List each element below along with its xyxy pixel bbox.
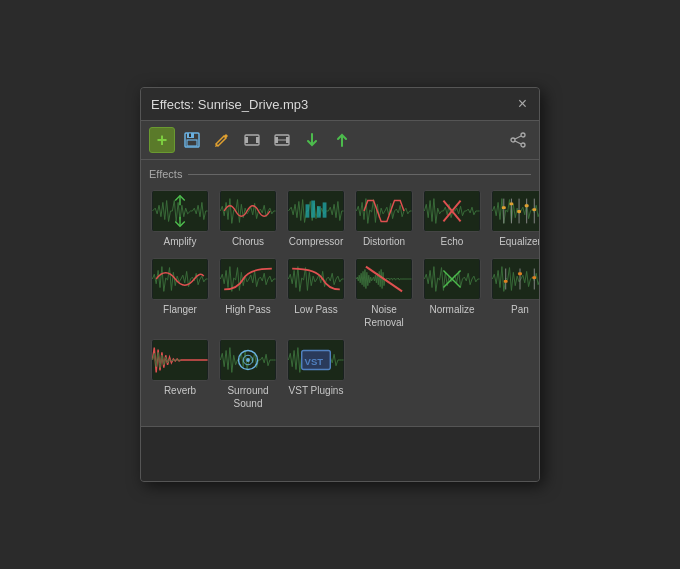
- effect-name-lowpass: Low Pass: [294, 303, 337, 316]
- svg-line-15: [515, 141, 521, 144]
- effect-thumb-echo: [423, 190, 481, 232]
- save-button[interactable]: [179, 127, 205, 153]
- effect-flanger[interactable]: Flanger: [149, 256, 211, 331]
- move-up-button[interactable]: [329, 127, 355, 153]
- effect-name-compressor: Compressor: [289, 235, 343, 248]
- effect-pan[interactable]: Pan: [489, 256, 540, 331]
- effect-thumb-distortion: [355, 190, 413, 232]
- svg-rect-52: [532, 276, 536, 279]
- effect-lowpass[interactable]: Low Pass: [285, 256, 347, 331]
- effect-name-reverb: Reverb: [164, 384, 196, 397]
- svg-point-57: [246, 358, 250, 362]
- effect-name-distortion: Distortion: [363, 235, 405, 248]
- svg-point-13: [511, 138, 515, 142]
- svg-rect-38: [525, 204, 529, 207]
- effect-thumb-amplify: [151, 190, 209, 232]
- effect-name-pan: Pan: [511, 303, 529, 316]
- effect-name-chorus: Chorus: [232, 235, 264, 248]
- effect-normalize[interactable]: Normalize: [421, 256, 483, 331]
- effect-distortion[interactable]: Distortion: [353, 188, 415, 250]
- svg-rect-50: [504, 280, 508, 283]
- svg-rect-3: [189, 134, 191, 138]
- effect-thumb-pan: [491, 258, 540, 300]
- effects-window: Effects: Sunrise_Drive.mp3 × +: [140, 87, 540, 482]
- effect-name-amplify: Amplify: [164, 235, 197, 248]
- move-down-button[interactable]: [299, 127, 325, 153]
- effect-name-vst: VST Plugins: [289, 384, 344, 397]
- effect-vst[interactable]: VST VST Plugins: [285, 337, 347, 412]
- effect-thumb-flanger: [151, 258, 209, 300]
- plus-icon: +: [157, 130, 168, 151]
- effect-thumb-vst: VST: [287, 339, 345, 381]
- effect-thumb-reverb: [151, 339, 209, 381]
- svg-rect-24: [323, 202, 327, 217]
- effect-thumb-noiseremoval: [355, 258, 413, 300]
- svg-rect-2: [187, 140, 197, 146]
- effect-name-highpass: High Pass: [225, 303, 271, 316]
- effect-name-normalize: Normalize: [429, 303, 474, 316]
- svg-rect-39: [532, 208, 536, 211]
- svg-text:VST: VST: [305, 356, 324, 367]
- add-effect-button[interactable]: +: [149, 127, 175, 153]
- effect-name-echo: Echo: [441, 235, 464, 248]
- effect-highpass[interactable]: High Pass: [217, 256, 279, 331]
- effect-equalizer[interactable]: Equalizer: [489, 188, 540, 250]
- svg-point-12: [521, 143, 525, 147]
- effect-thumb-equalizer: [491, 190, 540, 232]
- svg-rect-23: [317, 206, 321, 217]
- share-icon: [510, 132, 526, 148]
- pencil-icon: [214, 132, 230, 148]
- effect-noiseremoval[interactable]: Noise Removal: [353, 256, 415, 331]
- svg-rect-9: [286, 137, 289, 143]
- effect-echo[interactable]: Echo: [421, 188, 483, 250]
- svg-rect-36: [510, 202, 514, 205]
- toolbar: +: [141, 121, 539, 160]
- film1-icon: [244, 132, 260, 148]
- svg-rect-51: [518, 272, 522, 275]
- effect-name-surround: Surround Sound: [219, 384, 277, 410]
- svg-rect-21: [306, 204, 310, 217]
- film1-button[interactable]: [239, 127, 265, 153]
- effect-thumb-lowpass: [287, 258, 345, 300]
- svg-point-11: [521, 133, 525, 137]
- save-icon: [184, 132, 200, 148]
- svg-rect-8: [275, 137, 278, 143]
- effect-thumb-normalize: [423, 258, 481, 300]
- bottom-panel: [141, 426, 539, 481]
- effect-thumb-compressor: [287, 190, 345, 232]
- arrow-up-icon: [334, 132, 350, 148]
- window-title: Effects: Sunrise_Drive.mp3: [151, 97, 308, 112]
- effect-reverb[interactable]: Reverb: [149, 337, 211, 412]
- svg-rect-5: [245, 137, 248, 143]
- effect-compressor[interactable]: Compressor: [285, 188, 347, 250]
- svg-line-14: [515, 136, 521, 139]
- effect-name-flanger: Flanger: [163, 303, 197, 316]
- film2-icon: [274, 132, 290, 148]
- effects-label: Effects: [149, 168, 531, 180]
- effect-name-noiseremoval: Noise Removal: [355, 303, 413, 329]
- svg-rect-37: [517, 210, 521, 213]
- effect-surround[interactable]: Surround Sound: [217, 337, 279, 412]
- effect-thumb-surround: [219, 339, 277, 381]
- effects-grid: Amplify Chorus: [149, 188, 531, 412]
- effect-name-equalizer: Equalizer: [499, 235, 540, 248]
- svg-rect-22: [311, 201, 315, 218]
- title-bar: Effects: Sunrise_Drive.mp3 ×: [141, 88, 539, 121]
- effect-amplify[interactable]: Amplify: [149, 188, 211, 250]
- edit-button[interactable]: [209, 127, 235, 153]
- effects-section: Effects Amplify: [141, 160, 539, 426]
- film2-button[interactable]: [269, 127, 295, 153]
- effect-thumb-highpass: [219, 258, 277, 300]
- effect-thumb-chorus: [219, 190, 277, 232]
- svg-rect-35: [502, 206, 506, 209]
- effect-chorus[interactable]: Chorus: [217, 188, 279, 250]
- svg-rect-6: [256, 137, 259, 143]
- close-button[interactable]: ×: [516, 96, 529, 112]
- arrow-down-icon: [304, 132, 320, 148]
- share-button[interactable]: [505, 127, 531, 153]
